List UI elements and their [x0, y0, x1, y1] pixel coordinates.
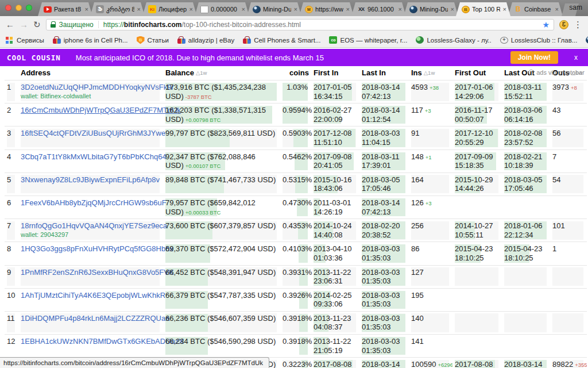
- browser-tab[interactable]: კრიპტო 8×: [90, 2, 145, 16]
- balance-cell: 173,916 BTC ($1,435,234,238 USD)-3787 BT…: [163, 80, 280, 103]
- bookmark-star-icon[interactable]: ★: [542, 20, 550, 29]
- balance-cell: 66,234 BTC ($546,590,298 USD): [163, 335, 280, 358]
- address-link[interactable]: 3Cbq7aT1tY8kMxWLbitaG7yT6bPbKChq64: [21, 152, 167, 161]
- bookmark-item[interactable]: alldayzip | eBay: [177, 36, 234, 44]
- column-header[interactable]: [5, 66, 18, 80]
- bookmark-item[interactable]: Статьи: [137, 36, 169, 44]
- column-header[interactable]: Last In: [359, 66, 409, 80]
- rank-cell: 2: [5, 103, 18, 126]
- percent-of-coins-cell: 0.3223%: [280, 358, 311, 368]
- address-bar[interactable]: Защищено https://bitinfocharts.com/top-1…: [46, 19, 554, 30]
- tab-close-icon[interactable]: ×: [450, 6, 455, 13]
- first-in-cell: 2017-09-08 20:41:05: [311, 150, 359, 172]
- rank-cell: 12: [5, 335, 18, 358]
- bookmark-item[interactable]: Lossless-Galaxy - лу..: [416, 36, 491, 44]
- tab-title: Mining-Du: [420, 6, 448, 13]
- column-header[interactable]: Balance△1w: [163, 66, 280, 80]
- column-header[interactable]: First In: [311, 66, 359, 80]
- ins-count-cell: 4593+38: [409, 80, 452, 103]
- window-controls: [5, 5, 32, 11]
- browser-tab[interactable]: Люцифер×: [142, 2, 197, 16]
- outs-count-cell: 56: [550, 126, 587, 150]
- address-link[interactable]: 1DiHDQMPFu4p84rkLn6Majj2LCZZZRQUaa: [21, 314, 169, 323]
- reload-button[interactable]: ↻: [33, 20, 41, 29]
- join-now-button[interactable]: Join Now!: [510, 51, 558, 64]
- outs-count-cell: 54: [550, 172, 587, 195]
- window-zoom-button[interactable]: [26, 5, 32, 11]
- percent-of-coins-cell: 0.4730%: [280, 195, 311, 218]
- column-header[interactable]: coins: [280, 66, 311, 80]
- status-bar-link-preview: https://bitinfocharts.com/bitcoin/addres…: [0, 357, 269, 368]
- address-link[interactable]: 1FeexV6bAHb8ybZjqQMjJrcCrHGW9sb6uF: [21, 198, 167, 207]
- address-link[interactable]: 3Nxwenay9Z8Lc9JBiywExpnEFiLp6Afp8v: [21, 175, 160, 184]
- address-link[interactable]: 1EBHA1ckUWzNKN7BMfDwGTx6GKEbADUozX: [21, 337, 184, 346]
- address-link[interactable]: 1HQ3Go3ggs8pFnXuHVHRytPCq5fGG8Hbhx: [21, 244, 173, 253]
- browser-tab[interactable]: Coinbase×: [508, 2, 563, 16]
- outs-delta: +8: [571, 85, 577, 91]
- column-header-delta-suffix: △1w: [196, 70, 207, 76]
- address-link[interactable]: 3D2oetdNuZUqQHPJmcMDDHYoqkyNVsFk9r: [21, 83, 174, 91]
- balance-delta: +0.00798 BTC: [185, 117, 221, 123]
- browser-tab[interactable]: Mining-Du×: [404, 2, 458, 16]
- balance-value: 66,452 BTC ($548,391,947 USD): [165, 268, 276, 277]
- forward-button[interactable]: →: [20, 20, 28, 29]
- window-minimize-button[interactable]: [16, 5, 22, 11]
- rank-cell: 9: [5, 265, 18, 288]
- address-link[interactable]: 16rCmCmbuWDhPjWTrpQGaU3EPdZF7MTdUk: [21, 106, 181, 114]
- balance-cell: 162,203 BTC ($1,338,571,315 USD)+0.00798…: [163, 103, 280, 126]
- address-cell: 1PnMfRF2enSZnR6JSexxBHuQnxG8Vo5FVK: [18, 265, 163, 288]
- browser-tab[interactable]: Mining-Du×: [247, 2, 301, 16]
- back-button[interactable]: ←: [6, 20, 14, 29]
- browser-tab[interactable]: Ракета t8×: [38, 2, 92, 16]
- ad-credit[interactable]: ads via cryptobar: [528, 69, 585, 76]
- bookmark-item[interactable]: Mining-Dutch - prices: [586, 36, 588, 44]
- browser-tab[interactable]: 960.1000×: [351, 2, 406, 16]
- percent-of-coins-cell: 0.3918%: [280, 335, 311, 358]
- globe-dark-icon: [409, 6, 417, 13]
- bookmark-item[interactable]: LosslessClub :: Глав...: [500, 37, 578, 44]
- bookmark-label: LosslessClub :: Глав...: [511, 37, 578, 44]
- tab-close-icon[interactable]: ×: [555, 6, 559, 13]
- balance-cell: 79,957 BTC ($659,842,012 USD)+0.00033 BT…: [163, 195, 280, 218]
- tab-title: Coinbase: [524, 6, 552, 13]
- secure-lock-icon: [51, 21, 56, 28]
- galaxy-icon: [416, 36, 424, 44]
- shopping-bag-icon: [53, 39, 61, 44]
- browser-tab[interactable]: https://ww×: [299, 2, 354, 16]
- window-close-button[interactable]: [5, 5, 11, 11]
- tab-close-icon[interactable]: ×: [346, 6, 350, 13]
- tab-close-icon[interactable]: ×: [293, 6, 298, 13]
- column-header[interactable]: First Out: [452, 66, 502, 80]
- browser-menu-icon[interactable]: ⋮: [574, 20, 582, 30]
- last-in-cell: 2018-03-05 17:05:46: [359, 172, 409, 195]
- address-link[interactable]: 16ftSEQ4ctQFDtVZiUBusQUjRrGhM3JYwe: [21, 129, 165, 137]
- browser-tab[interactable]: 0.000000×: [195, 2, 249, 16]
- address-link[interactable]: 18rnfoQgGo1HqvVQaAN4QnxjYE7Sez9eca: [21, 221, 167, 230]
- tab-close-icon[interactable]: ×: [84, 6, 89, 13]
- tab-close-icon[interactable]: ×: [137, 6, 141, 13]
- address-cell: 1AhTjUMztCihiTyA4K6E3QEpobjWLwKhkR: [18, 288, 163, 311]
- percent-of-coins-cell: 0.4353%: [280, 219, 311, 242]
- profile-name[interactable]: sam: [569, 3, 582, 12]
- address-link[interactable]: 1AhTjUMztCihiTyA4K6E3QEpobjWLwKhkR: [21, 291, 165, 300]
- bookmark-item[interactable]: iphone 6s in Cell Ph...: [53, 36, 128, 44]
- outs-count-cell: 1: [550, 242, 587, 265]
- bookmark-item[interactable]: Cell Phones & Smart...: [243, 36, 320, 44]
- tab-close-icon[interactable]: ×: [502, 6, 507, 13]
- tab-close-icon[interactable]: ×: [241, 6, 246, 13]
- first-out-cell: [452, 288, 502, 311]
- mining-icon: [586, 36, 588, 44]
- shopping-bag-icon: [243, 39, 251, 44]
- column-header[interactable]: Ins△1w: [409, 66, 452, 80]
- bookmark-label: iphone 6s in Cell Ph...: [64, 37, 128, 44]
- tab-close-icon[interactable]: ×: [398, 6, 403, 13]
- bookmark-item[interactable]: Сервисы: [6, 37, 44, 44]
- tab-close-icon[interactable]: ×: [189, 6, 194, 13]
- banner-close-icon[interactable]: x: [574, 53, 578, 62]
- extension-coin-icon[interactable]: Ɛ: [559, 20, 568, 29]
- address-link[interactable]: 1PnMfRF2enSZnR6JSexxBHuQnxG8Vo5FVK: [21, 268, 174, 277]
- column-header[interactable]: Address: [18, 66, 163, 80]
- browser-tab[interactable]: Top 100 R×: [456, 2, 510, 16]
- table-row: 111DiHDQMPFu4p84rkLn6Majj2LCZZZRQUaa66,2…: [5, 311, 587, 334]
- bookmark-item[interactable]: EOS — whitepaper, r...: [329, 36, 407, 44]
